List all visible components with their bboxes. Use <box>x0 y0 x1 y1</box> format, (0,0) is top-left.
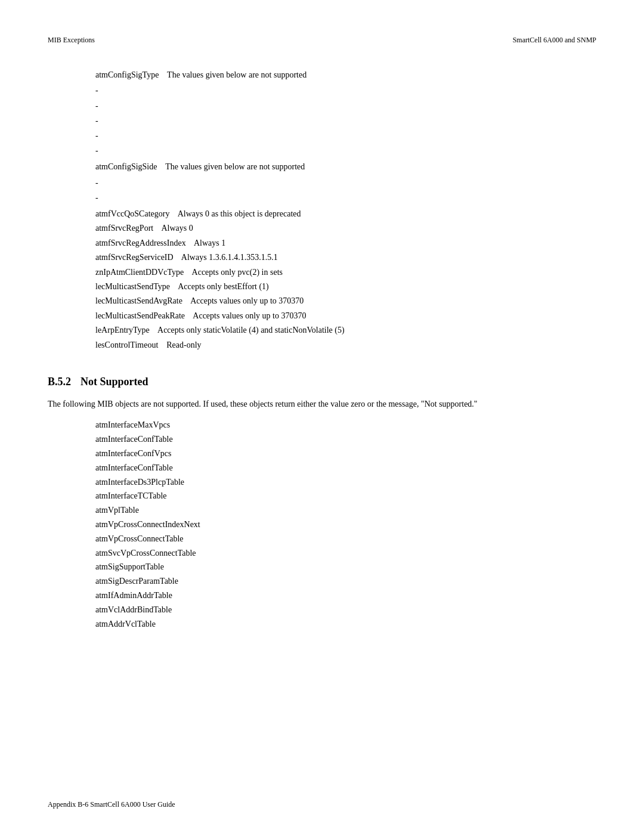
page-footer: Appendix B-6 SmartCell 6A000 User Guide <box>48 800 175 809</box>
section-b5-1-content: atmConfigSigType The values given below … <box>48 69 596 352</box>
desc-lesControlTimeout: Read-only <box>166 340 201 349</box>
desc-znIpAtmClientDDVcType: Accepts only pvc(2) in sets <box>192 268 283 277</box>
entry-atmfSrvcRegServiceID: atmfSrvcRegServiceID Always 1.3.6.1.4.1.… <box>95 251 596 264</box>
label-atmfSrvcRegServiceID: atmfSrvcRegServiceID <box>95 253 174 262</box>
ns-item-0: atmInterfaceMaxVpcs <box>95 418 596 432</box>
ns-item-11: atmSigDescrParamTable <box>95 574 596 589</box>
ns-item-6: atmVplTable <box>95 503 596 518</box>
entry-leArpEntryType: leArpEntryType Accepts only staticVolati… <box>95 324 596 337</box>
desc-atmfSrvcRegPort: Always 0 <box>161 224 193 233</box>
dash-4: - <box>95 128 596 143</box>
page-container: MIB Exceptions SmartCell 6A000 and SNMP … <box>0 0 644 833</box>
ns-item-4: atmInterfaceDs3PlcpTable <box>95 475 596 490</box>
desc-leArpEntryType: Accepts only staticVolatile (4) and stat… <box>157 326 345 335</box>
entry-atmfSrvcRegPort: atmfSrvcRegPort Always 0 <box>95 222 596 235</box>
dash-1: - <box>95 83 596 98</box>
ns-item-10: atmSigSupportTable <box>95 560 596 574</box>
page-header: MIB Exceptions SmartCell 6A000 and SNMP <box>48 36 596 45</box>
ns-item-9: atmSvcVpCrossConnectTable <box>95 546 596 561</box>
label-atmfVccQoSCategory: atmfVccQoSCategory <box>95 209 169 218</box>
section-b52-number: B.5.2 <box>48 376 71 388</box>
header-left: MIB Exceptions <box>48 36 95 45</box>
atm-config-sig-type-line: atmConfigSigType The values given below … <box>95 69 596 82</box>
ns-item-7: atmVpCrossConnectIndexNext <box>95 518 596 532</box>
ns-item-8: atmVpCrossConnectTable <box>95 532 596 546</box>
other-entries: atmfVccQoSCategory Always 0 as this obje… <box>48 208 596 352</box>
desc-atmfSrvcRegAddressIndex: Always 1 <box>194 239 225 247</box>
atm-config-sig-type-desc: The values given below are not supported <box>167 70 306 79</box>
entry-znIpAtmClientDDVcType: znIpAtmClientDDVcType Accepts only pvc(2… <box>95 266 596 279</box>
desc-atmfVccQoSCategory: Always 0 as this object is deprecated <box>178 209 301 218</box>
label-lesControlTimeout: lesControlTimeout <box>95 340 158 349</box>
atm-config-sig-side-line: atmConfigSigSide The values given below … <box>95 160 596 174</box>
ns-item-13: atmVclAddrBindTable <box>95 603 596 617</box>
dash-7: - <box>95 190 596 205</box>
ns-item-12: atmIfAdminAddrTable <box>95 589 596 603</box>
label-znIpAtmClientDDVcType: znIpAtmClientDDVcType <box>95 268 184 277</box>
not-supported-list: atmInterfaceMaxVpcs atmInterfaceConfTabl… <box>95 418 596 631</box>
desc-lecMulticastSendPeakRate: Accepts values only up to 370370 <box>193 311 306 320</box>
ns-item-3: atmInterfaceConfTable <box>95 461 596 475</box>
desc-lecMulticastSendType: Accepts only bestEffort (1) <box>178 282 269 291</box>
entry-lecMulticastSendType: lecMulticastSendType Accepts only bestEf… <box>95 280 596 293</box>
ns-item-2: atmInterfaceConfVpcs <box>95 447 596 461</box>
entry-lesControlTimeout: lesControlTimeout Read-only <box>95 339 596 352</box>
label-atmfSrvcRegPort: atmfSrvcRegPort <box>95 224 153 233</box>
dash-2: - <box>95 98 596 113</box>
desc-atmfSrvcRegServiceID: Always 1.3.6.1.4.1.353.1.5.1 <box>181 253 278 262</box>
ns-item-5: atmInterfaceTCTable <box>95 489 596 503</box>
atm-config-sig-side-desc: The values given below are not supported <box>165 162 305 171</box>
desc-lecMulticastSendAvgRate: Accepts values only up to 370370 <box>190 296 304 305</box>
label-lecMulticastSendPeakRate: lecMulticastSendPeakRate <box>95 311 185 320</box>
ns-item-14: atmAddrVclTable <box>95 617 596 631</box>
atm-config-sig-type-label: atmConfigSigType <box>95 70 159 79</box>
section-b52-title: Not Supported <box>80 376 148 388</box>
header-right: SmartCell 6A000 and SNMP <box>513 36 596 45</box>
entry-lecMulticastSendPeakRate: lecMulticastSendPeakRate Accepts values … <box>95 309 596 323</box>
dash-3: - <box>95 113 596 128</box>
label-lecMulticastSendType: lecMulticastSendType <box>95 282 170 291</box>
section-b52-body: The following MIB objects are not suppor… <box>48 398 596 411</box>
dash-5: - <box>95 143 596 158</box>
entry-atmfVccQoSCategory: atmfVccQoSCategory Always 0 as this obje… <box>95 208 596 221</box>
label-lecMulticastSendAvgRate: lecMulticastSendAvgRate <box>95 296 182 305</box>
section-b52-heading: B.5.2 Not Supported <box>48 376 596 388</box>
atm-config-sig-side-label: atmConfigSigSide <box>95 162 157 171</box>
label-leArpEntryType: leArpEntryType <box>95 326 150 335</box>
entry-atmfSrvcRegAddressIndex: atmfSrvcRegAddressIndex Always 1 <box>95 237 596 250</box>
ns-item-1: atmInterfaceConfTable <box>95 432 596 447</box>
label-atmfSrvcRegAddressIndex: atmfSrvcRegAddressIndex <box>95 239 186 247</box>
dash-6: - <box>95 175 596 190</box>
entry-lecMulticastSendAvgRate: lecMulticastSendAvgRate Accepts values o… <box>95 295 596 308</box>
